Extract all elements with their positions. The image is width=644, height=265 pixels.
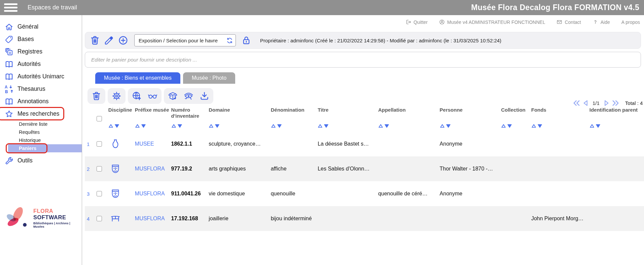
fonds-cell: John Pierpont Morg… [529, 206, 587, 231]
header-link-a-propos[interactable]: A propos [621, 20, 640, 25]
sort-desc-icon[interactable] [277, 124, 282, 128]
sidebar-item-autorites-unimarc[interactable]: Autorités Unimarc [0, 70, 82, 83]
sort-desc-icon[interactable] [384, 124, 389, 128]
sort-desc-icon[interactable] [114, 124, 119, 128]
column-header-collection[interactable]: Collection [499, 106, 529, 129]
eye-of-horus-icon[interactable] [184, 91, 193, 101]
column-header-numero-d-inventaire[interactable]: Numéro d'inventaire [169, 106, 207, 129]
sort-desc-icon[interactable] [446, 124, 451, 128]
column-header-denomination[interactable]: Dénomination [269, 106, 316, 129]
flora-butterfly-icon [1, 203, 33, 232]
sort-asc-icon[interactable] [440, 124, 445, 128]
column-header-identification-parent[interactable]: Identification parent [587, 106, 644, 129]
row-checkbox[interactable] [97, 141, 102, 147]
prefixe-link[interactable]: MUSFLORA [133, 181, 169, 206]
plus-circle-icon[interactable] [118, 35, 128, 45]
sort-desc-icon[interactable] [177, 124, 182, 128]
header-link-musee-v4-administrateur-fonctionnel[interactable]: Musée v4 ADMINISTRATEUR FONCTIONNEL [439, 19, 545, 25]
header-link-contact[interactable]: Contact [557, 19, 581, 25]
sidebar-item-label: Outils [17, 157, 33, 164]
sidebar-item-registres[interactable]: Registres [0, 45, 82, 58]
row-number[interactable]: 4 [85, 206, 95, 231]
app: { "topbar": { "workspace_label": "Espace… [0, 0, 644, 265]
header-link-aide[interactable]: Aide [593, 19, 610, 25]
column-header-fonds[interactable]: Fonds [529, 106, 587, 129]
sidebar-item-thesaurus[interactable]: ABThesaurus [0, 83, 82, 95]
sidebar-item-mes-recherches[interactable]: Mes recherches [0, 108, 82, 120]
workspace-label[interactable]: Espaces de travail [28, 4, 77, 11]
identification-parent-cell [587, 206, 644, 231]
prefixe-link[interactable]: MUSFLORA [133, 156, 169, 181]
sorters [171, 124, 182, 129]
sort-asc-icon[interactable] [531, 124, 536, 128]
column-header-domaine[interactable]: Domaine [207, 106, 269, 129]
sort-asc-icon[interactable] [271, 124, 276, 128]
header-link-label: Contact [565, 20, 581, 25]
sort-desc-icon[interactable] [537, 124, 542, 128]
sort-asc-icon[interactable] [589, 124, 595, 128]
sort-asc-icon[interactable] [171, 124, 176, 128]
table-row[interactable]: 1MUSEE1862.1.1sculpture, croyance…La dée… [85, 131, 644, 156]
collection-cell [499, 206, 529, 231]
sidebar-item-annotations[interactable]: Annotations [0, 95, 82, 108]
table-row[interactable]: 3MUSFLORA911.0041.26vie domestiquequenou… [85, 181, 644, 206]
tabs: Musée : Biens et ensemblesMusée : Photo [95, 72, 235, 84]
sidebar-subitem-label: Dernière liste [19, 121, 47, 127]
sort-desc-icon[interactable] [507, 124, 512, 128]
row-number[interactable]: 3 [85, 181, 95, 206]
tab-musee-photo[interactable]: Musée : Photo [183, 72, 235, 84]
basket-selector[interactable]: Exposition / Selection pour le havre [134, 34, 236, 46]
table-row[interactable]: 4MUSFLORA17.192.168joailleriebijou indét… [85, 206, 644, 231]
sidebar-subitem-paniers[interactable]: Paniers [8, 144, 82, 152]
prefixe-link[interactable]: MUSFLORA [133, 206, 169, 231]
globe-upload-icon[interactable] [132, 91, 142, 101]
sidebar-item-general[interactable]: Général [0, 21, 82, 33]
menu-icon[interactable] [4, 2, 17, 13]
column-header-appellation[interactable]: Appellation [376, 106, 438, 129]
tab-musee-biens-et-ensembles[interactable]: Musée : Biens et ensembles [95, 72, 180, 84]
wrench-icon [5, 156, 13, 165]
unbox-icon[interactable] [168, 91, 178, 101]
sidebar-item-outils[interactable]: Outils [0, 154, 82, 167]
sort-asc-icon[interactable] [318, 124, 323, 128]
sort-asc-icon[interactable] [135, 124, 140, 128]
row-number[interactable]: 2 [85, 156, 95, 181]
sidebar-subitem-derniere-liste[interactable]: Dernière liste [8, 120, 82, 128]
sidebar-subitem-requetes[interactable]: Requêtes [8, 128, 82, 136]
sort-asc-icon[interactable] [378, 124, 383, 128]
column-label: Fonds [531, 107, 546, 113]
sidebar-item-autorites[interactable]: Autorités [0, 58, 82, 70]
row-checkbox[interactable] [97, 191, 102, 196]
sort-asc-icon[interactable] [501, 124, 506, 128]
prefixe-link[interactable]: MUSEE [133, 131, 169, 156]
select-all-checkbox[interactable] [97, 116, 102, 121]
sidebar-subitem-historique[interactable]: Historique [8, 136, 82, 144]
gear-icon[interactable] [112, 91, 121, 101]
sort-desc-icon[interactable] [215, 124, 220, 128]
download-icon[interactable] [200, 91, 209, 101]
table-row[interactable]: 2MUSFLORA977.19.2arts graphiquesafficheL… [85, 156, 644, 181]
description-input[interactable] [85, 52, 641, 68]
column-header-personne[interactable]: Personne [438, 106, 499, 129]
trash-icon[interactable] [92, 91, 101, 101]
pencil-icon[interactable] [104, 35, 114, 45]
description-box [85, 52, 641, 68]
row-checkbox[interactable] [97, 216, 102, 221]
header-link-label: Musée v4 ADMINISTRATEUR FONCTIONNEL [447, 20, 545, 25]
row-number[interactable]: 1 [85, 131, 95, 156]
header-link-quitter[interactable]: Quitter [405, 19, 428, 25]
column-header-prefixe-musee[interactable]: Préfixe musée [133, 106, 169, 129]
sort-desc-icon[interactable] [141, 124, 146, 128]
column-header-discipline[interactable]: Discipline [106, 106, 133, 129]
column-header-titre[interactable]: Titre [316, 106, 376, 129]
row-checkbox[interactable] [97, 166, 102, 172]
sidebar-item-bases[interactable]: Bases [0, 33, 82, 45]
sort-asc-icon[interactable] [108, 124, 113, 128]
sort-asc-icon[interactable] [209, 124, 214, 128]
sort-desc-icon[interactable] [596, 124, 601, 128]
refresh-icon[interactable] [226, 37, 233, 44]
trash-icon[interactable] [90, 35, 100, 45]
glasses-icon[interactable] [148, 91, 157, 101]
fonds-cell [529, 181, 587, 206]
sort-desc-icon[interactable] [324, 124, 329, 128]
